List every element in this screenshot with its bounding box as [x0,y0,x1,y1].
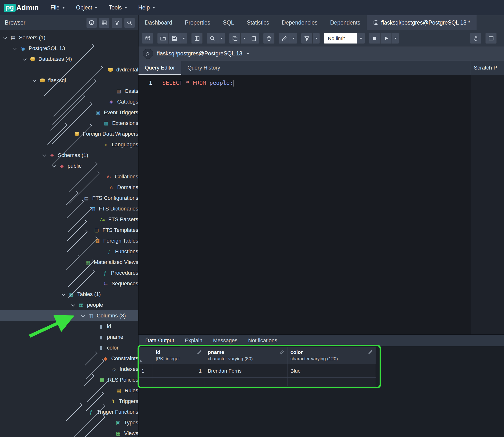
tree-item-fts-dictionaries[interactable]: FTS Dictionaries [0,203,138,214]
copy-button[interactable] [229,33,241,44]
scratch-pad-body[interactable] [471,75,504,334]
tab-dependents[interactable]: Dependents [324,15,366,30]
stop-button[interactable] [369,33,380,44]
tree-item-triggers[interactable]: Triggers [0,396,138,407]
editor-code-area[interactable]: SELECT * FROM people; [157,75,471,334]
scratch-pad-header[interactable]: Scratch P [471,61,504,75]
tree-item-label: FTS Dictionaries [99,206,138,212]
tree-item-extensions[interactable]: Extensions [0,118,138,129]
select-all-corner[interactable] [138,347,153,364]
row-number[interactable]: 1 [138,364,153,377]
tab-messages[interactable]: Messages [208,335,243,346]
execute-button[interactable] [380,33,392,44]
tree-item-languages[interactable]: Languages [0,139,138,150]
tab-statistics[interactable]: Statistics [240,15,275,30]
save-options-button[interactable] [180,33,187,44]
open-file-button[interactable] [157,33,169,44]
column-icon [98,335,105,339]
find-button[interactable] [207,33,218,44]
collapse-chevron-icon[interactable] [33,78,36,82]
new-grid-button[interactable] [485,33,497,44]
tab-sql[interactable]: SQL [217,15,240,30]
find-options-button[interactable] [218,33,225,44]
tab-properties[interactable]: Properties [179,15,217,30]
menu-file[interactable]: File [45,0,71,15]
object-browser-button[interactable] [86,18,97,28]
paste-button[interactable] [248,33,259,44]
row-limit-select[interactable]: No limit [324,33,365,44]
tree-item-flasksql[interactable]: flasksql [0,75,138,86]
menu-help[interactable]: Help [133,0,161,15]
expand-chevron-icon[interactable] [64,191,78,205]
collapse-chevron-icon[interactable] [62,292,66,296]
tree-item-indexes[interactable]: Indexes [0,364,138,375]
collapse-chevron-icon[interactable] [81,313,85,317]
edit-column-icon[interactable] [368,350,373,355]
tree-item-trigger-functions[interactable]: Trigger Functions [0,407,138,417]
collapse-chevron-icon[interactable] [42,153,46,157]
tree-item-rls-policies[interactable]: RLS Policies [0,375,138,385]
tree-item-materialized-views[interactable]: Materialized Views [0,257,138,268]
tree-item-postgresql-13[interactable]: PostgreSQL 13 [0,43,138,54]
tab-notifications[interactable]: Notifications [243,335,283,346]
grid-view-button[interactable] [99,18,109,28]
tree-item-people[interactable]: people [0,300,138,310]
tab-query-history[interactable]: Query History [181,61,227,75]
edit-grid-button[interactable] [191,33,203,44]
tab-dashboard[interactable]: Dashboard [138,15,179,30]
tree-item-dvdrental[interactable]: dvdrental [0,64,138,75]
execute-options-button[interactable] [392,33,399,44]
collapse-chevron-icon[interactable] [13,46,17,50]
tree-item-color[interactable]: color [0,342,138,353]
tree-item-foreign-data-wrappers[interactable]: Foreign Data Wrappers [0,129,138,139]
tree-item-procedures[interactable]: Procedures [0,268,138,278]
tree-item-servers-1[interactable]: Servers (1) [0,32,138,43]
pan-button[interactable] [470,33,481,44]
tree-item-schemas-1[interactable]: Schemas (1) [0,150,138,161]
tree-item-event-triggers[interactable]: Event Triggers [0,107,138,118]
copy-options-button[interactable] [241,33,248,44]
collapse-chevron-icon[interactable] [71,303,75,307]
tab-dependencies[interactable]: Dependencies [275,15,324,30]
filter-tree-button[interactable] [111,18,122,28]
tree-item-constraints[interactable]: Constraints [0,353,138,364]
tab-explain[interactable]: Explain [180,335,208,346]
tree-item-public[interactable]: public [0,161,138,171]
tree-item-databases-4[interactable]: Databases (4) [0,54,138,64]
tree-item-collations[interactable]: Collations [0,171,138,182]
tree-item-pname[interactable]: pname [0,332,138,342]
tree-item-label: Languages [112,141,138,148]
tree-item-label: Types [124,419,138,426]
search-objects-button[interactable] [124,18,135,28]
tree-item-views[interactable]: Views [0,428,138,437]
column-header-pname[interactable]: pnamecharacter varying (80) [205,347,287,364]
tree-item-columns-3[interactable]: Columns (3) [0,310,138,321]
tab-flasksql-postgres-postgresql-13[interactable]: flasksql/postgres@PostgreSQL 13 * [367,15,476,30]
connection-caret-icon[interactable] [246,52,250,55]
collapse-chevron-icon[interactable] [3,35,7,39]
edit-options-button[interactable] [290,33,297,44]
expand-chevron-icon[interactable] [83,351,97,366]
query-tool-button[interactable] [142,33,153,44]
connection-status-button[interactable] [143,49,153,59]
tree-item-id[interactable]: id [0,321,138,332]
save-button[interactable] [169,33,180,44]
tree-item-casts[interactable]: Casts [0,86,138,97]
tree-item-fts-configurations[interactable]: FTS Configurations [0,193,138,203]
column-header-color[interactable]: colorcharacter varying (120) [287,347,376,364]
tree-item-label: Procedures [111,270,138,276]
collapse-chevron-icon[interactable] [23,57,27,60]
delete-button[interactable] [263,33,275,44]
tree-item-types[interactable]: Types [0,417,138,428]
column-header-id[interactable]: id[PK] integer [153,347,205,364]
edit-button[interactable] [278,33,290,44]
tree-item-rules[interactable]: Rules [0,385,138,396]
menu-object[interactable]: Object [71,0,103,15]
menu-tools[interactable]: Tools [103,0,133,15]
edit-column-icon[interactable] [197,350,202,355]
filter-button[interactable] [301,33,313,44]
tab-query-editor[interactable]: Query Editor [138,61,181,75]
filter-options-button[interactable] [313,33,320,44]
edit-column-icon[interactable] [279,350,284,355]
tab-data-output[interactable]: Data Output [140,335,180,346]
